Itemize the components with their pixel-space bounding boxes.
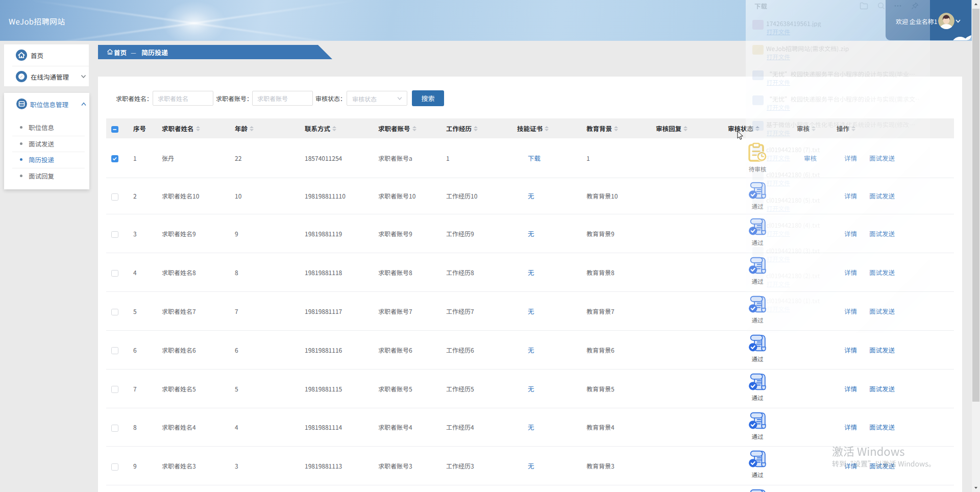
sort-icon[interactable]: [545, 126, 549, 131]
open-file-link[interactable]: 打开文件: [767, 255, 790, 262]
column-header-phone[interactable]: 联系方式: [300, 118, 373, 138]
column-header-name[interactable]: 求职者姓名: [157, 118, 230, 138]
sort-icon[interactable]: [412, 126, 416, 131]
open-file-link[interactable]: 打开文件: [767, 104, 790, 111]
sort-icon[interactable]: [250, 126, 254, 131]
cell-work: 工作经历9: [441, 214, 512, 253]
file-type-icon: [752, 45, 764, 55]
cell-edu: 教育背景9: [581, 214, 651, 253]
cell-index: 9: [128, 447, 157, 485]
row-checkbox[interactable]: [111, 309, 118, 316]
row-checkbox[interactable]: [111, 347, 118, 354]
column-header-edu[interactable]: 教育背景: [581, 118, 651, 138]
open-file-link[interactable]: 打开文件: [767, 79, 790, 86]
sidebar-sub-item[interactable]: 面试发送: [4, 136, 89, 152]
open-file-link[interactable]: 打开文件: [767, 28, 790, 35]
open-file-link[interactable]: 打开文件: [767, 179, 790, 186]
download-item[interactable]: “无忧”校园快递服务平台小程序的设计与实现(毕业… 打开文件: [746, 68, 930, 93]
avatar[interactable]: [938, 13, 954, 29]
cell-actions: 详情面试发送: [827, 408, 954, 447]
sidebar-group-header[interactable]: 职位信息管理: [4, 93, 89, 115]
download-item[interactable]: cl019442180 (2).txt 打开文件: [746, 269, 930, 294]
sort-icon[interactable]: [332, 126, 336, 131]
mouse-cursor: [737, 131, 744, 143]
open-file-link[interactable]: 打开文件: [767, 53, 790, 60]
download-item[interactable]: cl019442180 (3).txt 打开文件: [746, 244, 930, 269]
search-name-input[interactable]: [153, 91, 213, 106]
scroll-down-button[interactable]: [972, 484, 980, 492]
cert-link[interactable]: 无: [528, 191, 534, 201]
select-all-cell: [106, 118, 128, 138]
sort-icon[interactable]: [614, 126, 618, 131]
row-checkbox[interactable]: [111, 386, 118, 393]
sidebar-sub-item[interactable]: 职位信息: [4, 119, 89, 136]
row-checkbox[interactable]: [111, 425, 118, 432]
row-checkbox[interactable]: [111, 193, 118, 201]
interview-send-link[interactable]: 面试发送: [869, 384, 895, 393]
column-header-cert[interactable]: 技能证书: [512, 118, 581, 138]
sidebar-item-comm[interactable]: 在线沟通管理: [4, 66, 89, 87]
open-file-link[interactable]: 打开文件: [767, 305, 790, 312]
detail-link[interactable]: 详情: [844, 422, 857, 432]
sort-icon[interactable]: [196, 126, 200, 131]
cell-work: 工作经历8: [441, 253, 512, 291]
detail-link[interactable]: 详情: [844, 384, 857, 393]
cert-link[interactable]: 无: [528, 267, 534, 277]
column-header-account[interactable]: 求职者账号: [373, 118, 441, 138]
pin-icon[interactable]: [911, 2, 919, 10]
row-checkbox[interactable]: [111, 155, 118, 162]
open-file-link[interactable]: 打开文件: [767, 280, 790, 287]
column-header-age[interactable]: 年龄: [230, 118, 300, 138]
column-header-reply[interactable]: 审核回复: [651, 118, 721, 138]
cell-phone: 19819881119: [300, 214, 373, 253]
search-button[interactable]: 搜索: [412, 90, 444, 106]
cert-link[interactable]: 无: [528, 384, 534, 393]
sidebar-item-home[interactable]: 首页: [4, 44, 89, 65]
detail-link[interactable]: 详情: [844, 345, 857, 355]
download-item[interactable]: cl019442180 (5).txt 打开文件: [746, 194, 930, 219]
open-folder-icon[interactable]: [860, 2, 868, 10]
download-item[interactable]: 1742638419561.jpg 打开文件: [746, 17, 930, 42]
scrollbar[interactable]: [972, 0, 980, 492]
status-select[interactable]: 审核状态: [347, 91, 407, 106]
download-item[interactable]: cl019442180 (7).txt 打开文件: [746, 143, 930, 168]
column-header-work[interactable]: 工作经历: [441, 118, 512, 138]
cert-link[interactable]: 无: [528, 229, 534, 238]
cert-link[interactable]: 下载: [528, 153, 541, 163]
download-item[interactable]: cl019442180 (6).txt 打开文件: [746, 168, 930, 193]
open-file-link[interactable]: 打开文件: [767, 129, 790, 136]
cert-link[interactable]: 无: [528, 306, 534, 316]
row-checkbox[interactable]: [111, 270, 118, 277]
breadcrumb-home-link[interactable]: 首页: [114, 48, 127, 56]
open-file-link[interactable]: 打开文件: [767, 230, 790, 237]
cert-link[interactable]: 无: [528, 422, 534, 432]
row-checkbox[interactable]: [111, 463, 118, 471]
row-checkbox[interactable]: [111, 231, 118, 238]
search-account-input[interactable]: [252, 91, 313, 106]
download-item[interactable]: 基于微信小程序个性化毛坯迭代系统设计与实现(修改… 打开文件: [746, 118, 930, 143]
open-file-link[interactable]: 打开文件: [767, 154, 790, 161]
sidebar-sub-item[interactable]: 简历投递: [4, 152, 89, 168]
scrollbar-thumb[interactable]: [972, 9, 979, 402]
sidebar-sub-item[interactable]: 面试回复: [4, 168, 89, 184]
cell-actions: 详情面试发送: [827, 330, 954, 369]
select-all-checkbox[interactable]: [111, 126, 118, 133]
download-filename: cl019442180 (7).txt: [766, 145, 919, 153]
download-item[interactable]: cl019442180 (1).txt 打开文件: [746, 294, 930, 319]
passed-icon: [748, 334, 767, 352]
sort-icon[interactable]: [474, 126, 478, 131]
download-item[interactable]: “无忧”校园快递服务平台小程序的设计与实现(需求文… 打开文件: [746, 93, 930, 118]
cell-name: 求职者姓名7: [157, 291, 230, 330]
open-file-link[interactable]: 打开文件: [767, 205, 790, 212]
cert-link[interactable]: 无: [528, 345, 534, 355]
interview-send-link[interactable]: 面试发送: [869, 422, 895, 432]
sort-icon[interactable]: [683, 126, 688, 131]
download-item[interactable]: cl019442180 (4).txt 打开文件: [746, 219, 930, 244]
scroll-up-button[interactable]: [972, 0, 980, 8]
more-icon[interactable]: [894, 2, 902, 10]
search-icon[interactable]: [877, 2, 885, 10]
interview-send-link[interactable]: 面试发送: [869, 345, 895, 355]
cert-link[interactable]: 无: [528, 461, 534, 471]
download-filename: cl019442180 (6).txt: [766, 170, 919, 178]
download-item[interactable]: WeJob招聘网站(需求文档).zip 打开文件: [746, 42, 930, 67]
